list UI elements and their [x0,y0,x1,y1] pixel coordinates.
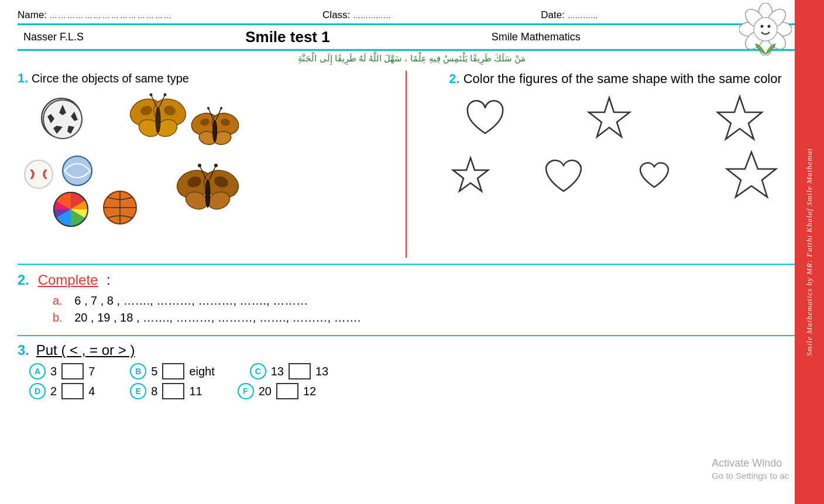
comparison-item-a: A 3 7 [29,363,95,379]
svg-point-20 [164,94,167,96]
heart-shape-1 [465,99,506,137]
svg-point-53 [768,25,771,28]
svg-point-19 [150,94,153,96]
comparison-item-e: E 8 11 [130,383,202,399]
box-b [162,363,184,379]
section3: 3. Put ( < , = or > ) A 3 7 B 5 eight C … [18,342,806,399]
shapes-row-1 [430,94,801,143]
svg-point-38 [214,164,218,167]
shapes-grid [424,94,806,202]
school-bar: Nasser F.L.S Smile test 1 Smile Mathemat… [18,23,806,51]
name-label: Name: …………………………………… [18,9,173,21]
class-label: Class: …………… [322,9,391,21]
star-shape-2 [713,94,766,143]
comparison-item-d: D 2 4 [29,383,95,399]
comparison-item-f: F 20 12 [238,383,317,399]
box-f [276,383,298,399]
svg-point-52 [761,25,764,28]
svg-point-28 [207,107,210,109]
header-row: Name: …………………………………… Class: …………… Date: … [18,6,806,22]
section2-line-b: b. 20 , 19 , 18 , ……., ………, ………, ……., ……… [53,311,806,325]
soccer-ball [41,98,82,139]
svg-point-8 [63,156,92,185]
circle-d: D [29,383,46,399]
school-name: Nasser F.L.S [23,31,84,43]
comparison-row-1: A 3 7 B 5 eight C 13 13 [29,363,806,379]
svg-point-18 [156,107,160,133]
svg-point-37 [198,164,201,167]
section3-title: 3. Put ( < , = or > ) [18,342,806,358]
svg-point-29 [220,107,222,109]
star-shape-1 [586,95,633,141]
date-label: Date: ………… [541,9,598,21]
section2-line-a: a. 6 , 7 , 8 , ……., ………, ………, ……., ……… [53,294,806,308]
svg-point-36 [205,179,210,208]
svg-point-27 [213,120,217,142]
svg-point-51 [754,18,777,41]
star-shape-3 [450,155,491,196]
section1: 1. Circe the objects of same type [18,71,407,258]
side-text-content: Smile Mathematics by MR: Fatthi Khalaf S… [805,148,814,356]
subject-name: Smile Mathematics [492,31,581,43]
butterfly2 [190,106,240,153]
baseball [23,159,54,192]
comparison-item-b: B 5 eight [130,363,215,379]
section1-title: 1. Circe the objects of same type [18,71,400,86]
section2-title: 2. Complete : [18,272,806,288]
box-d [61,383,84,399]
svg-marker-42 [727,152,776,197]
heart-shape-2 [542,155,586,196]
circle-f: F [238,383,254,399]
watermark: Activate Windo Go to Settings to ac [712,457,789,481]
section2: 2. Complete : a. 6 , 7 , 8 , ……., ………, …… [18,272,806,336]
basketball [102,190,138,227]
circle-e: E [130,383,146,399]
svg-point-7 [25,160,53,188]
svg-marker-39 [589,98,630,137]
arabic-verse: مَنْ سَلَكَ طَرِيقًا يَلْتَمِسُ فِيهِ عِ… [18,51,806,66]
circle-a: A [29,363,46,379]
svg-marker-40 [717,96,762,139]
comparison-item-c: C 13 13 [250,363,329,379]
flower-logo [739,3,792,58]
objects-area [18,92,252,238]
section1-right: 2. Color the figures of the same shape w… [407,71,806,258]
comparison-row-2: D 2 4 E 8 11 F 20 12 [29,383,806,399]
heart-shape-3 [637,159,671,191]
circle-c: C [250,363,266,379]
butterfly3 [176,162,240,220]
butterfly1 [129,92,187,147]
blue-ball [61,155,94,189]
test-title: Smile test 1 [245,28,330,46]
shapes-row-2 [430,149,801,202]
section-right-title: 2. Color the figures of the same shape w… [424,71,806,88]
circle-b: B [130,363,146,379]
sections-container: 1. Circe the objects of same type [18,71,806,265]
side-text-bar: Smile Mathematics by MR: Fatthi Khalaf S… [795,0,824,504]
box-a [61,363,84,379]
box-c [289,363,311,379]
star-shape-4 [722,149,781,202]
rainbow-ball [53,191,89,230]
svg-marker-41 [453,158,488,191]
box-e [162,383,184,399]
